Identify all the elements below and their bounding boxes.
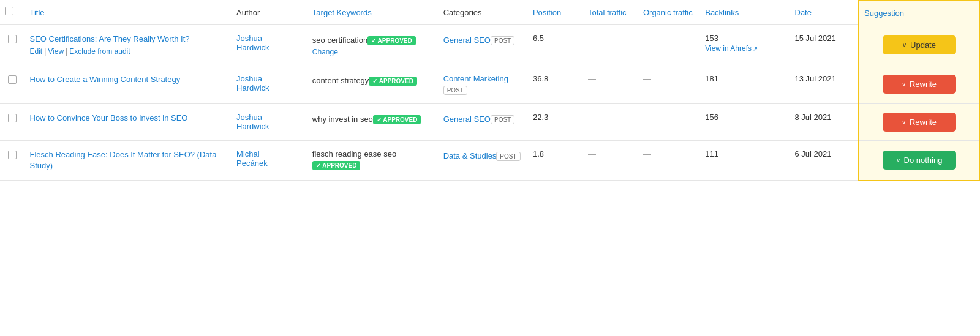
- row-author-cell: MichalPecánek: [232, 140, 307, 180]
- row-checkbox-cell: [0, 103, 25, 140]
- row-backlinks-cell: 111: [700, 140, 790, 180]
- select-all-checkbox[interactable]: [5, 7, 13, 15]
- header-title[interactable]: Title: [25, 1, 232, 24]
- row-suggestion-cell: ∨Rewrite: [859, 103, 979, 140]
- post-type-badge: POST: [491, 115, 514, 124]
- header-backlinks[interactable]: Backlinks: [700, 1, 790, 24]
- chevron-down-icon: ∨: [902, 119, 906, 125]
- category-link[interactable]: Content Marketing: [443, 74, 508, 83]
- row-author-cell: JoshuaHardwick: [232, 103, 307, 140]
- position-value: 1.8: [533, 149, 544, 159]
- row-title-cell: SEO Certifications: Are They Really Wort…: [25, 24, 232, 65]
- row-date-cell: 13 Jul 2021: [790, 65, 859, 103]
- header-organic-traffic[interactable]: Organic traffic: [638, 1, 700, 24]
- row-checkbox-0[interactable]: [8, 35, 17, 43]
- header-position[interactable]: Position: [528, 1, 583, 24]
- backlinks-count: 111: [705, 149, 718, 159]
- author-link[interactable]: MichalPecánek: [236, 149, 268, 168]
- suggestion-label: Do nothing: [904, 155, 943, 165]
- row-category-cell: Content MarketingPOST: [439, 65, 528, 103]
- category-link[interactable]: Data & Studies: [443, 151, 497, 160]
- header-target-keywords[interactable]: Target Keywords: [307, 1, 439, 24]
- title-action-view[interactable]: View: [48, 47, 64, 56]
- row-checkbox-cell: [0, 65, 25, 103]
- chevron-down-icon: ∨: [902, 42, 907, 48]
- header-checkbox[interactable]: [0, 1, 25, 24]
- total-traffic-value: —: [588, 74, 596, 83]
- row-position-cell: 36.8: [528, 65, 583, 103]
- title-action-exclude-from-audit[interactable]: Exclude from audit: [69, 47, 130, 56]
- row-total-traffic-cell: —: [583, 24, 638, 65]
- row-date-cell: 8 Jul 2021: [790, 103, 859, 140]
- category-link[interactable]: General SEO: [443, 114, 491, 124]
- suggestion-button-rewrite[interactable]: ∨Rewrite: [883, 75, 956, 94]
- row-keyword-cell: seo certificationAPPROVEDChange: [307, 24, 439, 65]
- approved-badge: APPROVED: [373, 115, 421, 124]
- post-type-badge: POST: [491, 36, 514, 45]
- suggestion-button-rewrite[interactable]: ∨Rewrite: [883, 113, 956, 132]
- backlinks-count: 156: [705, 113, 718, 122]
- approved-badge: APPROVED: [312, 161, 361, 170]
- date-value: 8 Jul 2021: [795, 113, 832, 122]
- suggestion-label: Update: [910, 40, 936, 50]
- total-traffic-value: —: [588, 149, 596, 159]
- category-link[interactable]: General SEO: [443, 35, 491, 45]
- table-row: Flesch Reading Ease: Does It Matter for …: [0, 140, 979, 180]
- header-date[interactable]: Date: [790, 1, 859, 24]
- keyword-text: why invest in seo: [312, 114, 373, 124]
- chevron-down-icon: ∨: [896, 157, 900, 163]
- suggestion-button-update[interactable]: ∨Update: [883, 35, 956, 54]
- keyword-text: content strategy: [312, 76, 369, 85]
- post-title-link[interactable]: How to Create a Winning Content Strategy: [30, 74, 227, 85]
- row-total-traffic-cell: —: [583, 65, 638, 103]
- author-link[interactable]: JoshuaHardwick: [236, 113, 269, 131]
- row-suggestion-cell: ∨Rewrite: [859, 65, 979, 103]
- post-title-link[interactable]: Flesch Reading Ease: Does It Matter for …: [30, 149, 227, 171]
- row-suggestion-cell: ∨Update: [859, 24, 979, 65]
- content-audit-table: Title Author Target Keywords Categories …: [0, 0, 980, 181]
- author-link[interactable]: JoshuaHardwick: [236, 34, 269, 52]
- table-row: SEO Certifications: Are They Really Wort…: [0, 24, 979, 65]
- row-checkbox-cell: [0, 140, 25, 180]
- chevron-down-icon: ∨: [902, 81, 906, 88]
- row-total-traffic-cell: —: [583, 103, 638, 140]
- position-value: 36.8: [533, 74, 548, 83]
- row-date-cell: 6 Jul 2021: [790, 140, 859, 180]
- backlinks-count: 153: [705, 34, 718, 43]
- header-total-traffic[interactable]: Total traffic: [583, 1, 638, 24]
- row-backlinks-cell: 181: [700, 65, 790, 103]
- post-title-link[interactable]: SEO Certifications: Are They Really Wort…: [30, 34, 227, 45]
- row-keyword-cell: why invest in seoAPPROVED: [307, 103, 439, 140]
- row-organic-traffic-cell: —: [638, 65, 700, 103]
- row-position-cell: 22.3: [528, 103, 583, 140]
- organic-traffic-value: —: [643, 149, 651, 159]
- row-organic-traffic-cell: —: [638, 140, 700, 180]
- row-checkbox-3[interactable]: [8, 151, 17, 159]
- row-author-cell: JoshuaHardwick: [232, 24, 307, 65]
- backlinks-count: 181: [705, 74, 718, 83]
- row-category-cell: General SEOPOST: [439, 24, 528, 65]
- post-type-badge: POST: [443, 86, 467, 95]
- suggestion-label: Rewrite: [910, 118, 937, 127]
- row-position-cell: 6.5: [528, 24, 583, 65]
- author-link[interactable]: JoshuaHardwick: [236, 74, 269, 92]
- row-date-cell: 15 Jul 2021: [790, 24, 859, 65]
- header-categories: Categories: [439, 1, 528, 24]
- row-checkbox-2[interactable]: [8, 114, 17, 122]
- keyword-text: seo certification: [312, 35, 368, 45]
- organic-traffic-value: —: [643, 34, 651, 43]
- view-ahrefs-link[interactable]: View in Ahrefs↗: [705, 44, 785, 53]
- external-link-icon: ↗: [753, 45, 758, 52]
- title-action-edit[interactable]: Edit: [30, 47, 43, 56]
- suggestion-button-donothing[interactable]: ∨Do nothing: [883, 151, 956, 170]
- row-checkbox-1[interactable]: [8, 75, 17, 84]
- title-actions: Edit|View|Exclude from audit: [30, 47, 227, 56]
- keyword-change-link[interactable]: Change: [312, 48, 434, 56]
- post-title-link[interactable]: How to Convince Your Boss to Invest in S…: [30, 113, 227, 124]
- position-value: 6.5: [533, 34, 544, 43]
- table-row: How to Convince Your Boss to Invest in S…: [0, 103, 979, 140]
- row-title-cell: Flesch Reading Ease: Does It Matter for …: [25, 140, 232, 180]
- row-backlinks-cell: 153View in Ahrefs↗: [700, 24, 790, 65]
- table-row: How to Create a Winning Content Strategy…: [0, 65, 979, 103]
- approved-badge: APPROVED: [368, 36, 416, 45]
